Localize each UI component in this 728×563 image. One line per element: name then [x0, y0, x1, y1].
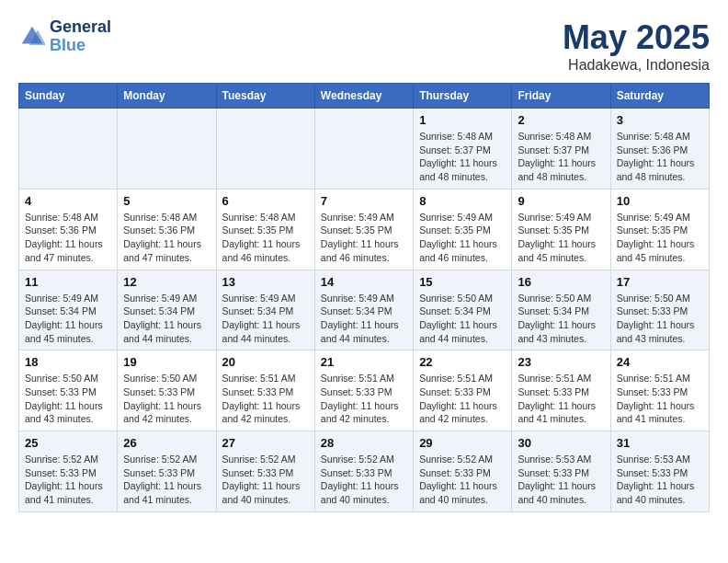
day-info: Sunrise: 5:48 AM Sunset: 5:36 PM Dayligh… — [123, 211, 210, 265]
day-info: Sunrise: 5:50 AM Sunset: 5:33 PM Dayligh… — [617, 292, 703, 346]
calendar-cell: 4Sunrise: 5:48 AM Sunset: 5:36 PM Daylig… — [19, 189, 118, 270]
day-number: 9 — [518, 194, 604, 208]
day-number: 2 — [518, 113, 604, 127]
day-number: 19 — [123, 355, 210, 369]
logo: GeneralBlue — [18, 18, 111, 55]
calendar-cell — [314, 109, 413, 190]
page-header: GeneralBlue May 2025 Hadakewa, Indonesia — [18, 18, 710, 74]
day-number: 31 — [617, 436, 703, 450]
day-info: Sunrise: 5:49 AM Sunset: 5:35 PM Dayligh… — [617, 211, 703, 265]
day-info: Sunrise: 5:48 AM Sunset: 5:37 PM Dayligh… — [419, 130, 506, 184]
day-info: Sunrise: 5:49 AM Sunset: 5:34 PM Dayligh… — [222, 292, 309, 346]
calendar-cell: 26Sunrise: 5:52 AM Sunset: 5:33 PM Dayli… — [118, 431, 216, 512]
day-number: 12 — [123, 275, 210, 289]
calendar-cell: 8Sunrise: 5:49 AM Sunset: 5:35 PM Daylig… — [414, 189, 512, 270]
day-info: Sunrise: 5:53 AM Sunset: 5:33 PM Dayligh… — [518, 453, 604, 507]
day-info: Sunrise: 5:48 AM Sunset: 5:35 PM Dayligh… — [222, 211, 309, 265]
day-info: Sunrise: 5:50 AM Sunset: 5:33 PM Dayligh… — [123, 372, 210, 426]
calendar-cell: 6Sunrise: 5:48 AM Sunset: 5:35 PM Daylig… — [216, 189, 314, 270]
day-info: Sunrise: 5:49 AM Sunset: 5:35 PM Dayligh… — [321, 211, 407, 265]
calendar-cell: 3Sunrise: 5:48 AM Sunset: 5:36 PM Daylig… — [610, 109, 709, 190]
day-info: Sunrise: 5:51 AM Sunset: 5:33 PM Dayligh… — [617, 372, 703, 426]
title-block: May 2025 Hadakewa, Indonesia — [563, 18, 710, 74]
calendar-cell: 11Sunrise: 5:49 AM Sunset: 5:34 PM Dayli… — [19, 270, 118, 350]
day-number: 5 — [123, 194, 210, 208]
day-number: 4 — [25, 194, 111, 208]
day-info: Sunrise: 5:48 AM Sunset: 5:36 PM Dayligh… — [617, 130, 703, 184]
calendar-cell — [216, 109, 314, 190]
calendar-cell: 7Sunrise: 5:49 AM Sunset: 5:35 PM Daylig… — [314, 189, 413, 270]
day-number: 6 — [222, 194, 309, 208]
month-title: May 2025 — [563, 18, 710, 57]
day-info: Sunrise: 5:48 AM Sunset: 5:36 PM Dayligh… — [25, 211, 111, 265]
day-number: 21 — [321, 355, 407, 369]
weekday-header-row: SundayMondayTuesdayWednesdayThursdayFrid… — [19, 84, 710, 109]
weekday-header-sunday: Sunday — [19, 84, 118, 109]
day-info: Sunrise: 5:49 AM Sunset: 5:34 PM Dayligh… — [321, 292, 407, 346]
location: Hadakewa, Indonesia — [563, 57, 710, 74]
day-info: Sunrise: 5:52 AM Sunset: 5:33 PM Dayligh… — [25, 453, 111, 507]
calendar-cell: 24Sunrise: 5:51 AM Sunset: 5:33 PM Dayli… — [610, 350, 709, 431]
calendar-cell: 23Sunrise: 5:51 AM Sunset: 5:33 PM Dayli… — [512, 350, 610, 431]
day-number: 8 — [419, 194, 506, 208]
weekday-header-tuesday: Tuesday — [216, 84, 314, 109]
calendar-cell: 15Sunrise: 5:50 AM Sunset: 5:34 PM Dayli… — [414, 270, 512, 350]
day-number: 13 — [222, 275, 309, 289]
calendar-cell: 18Sunrise: 5:50 AM Sunset: 5:33 PM Dayli… — [19, 350, 118, 431]
day-number: 24 — [617, 355, 703, 369]
calendar-cell: 31Sunrise: 5:53 AM Sunset: 5:33 PM Dayli… — [610, 431, 709, 512]
calendar-table: SundayMondayTuesdayWednesdayThursdayFrid… — [18, 83, 710, 512]
day-info: Sunrise: 5:51 AM Sunset: 5:33 PM Dayligh… — [222, 372, 309, 426]
day-info: Sunrise: 5:50 AM Sunset: 5:34 PM Dayligh… — [419, 292, 506, 346]
calendar-cell: 21Sunrise: 5:51 AM Sunset: 5:33 PM Dayli… — [314, 350, 413, 431]
day-number: 25 — [25, 436, 111, 450]
day-number: 3 — [617, 113, 703, 127]
day-number: 18 — [25, 355, 111, 369]
calendar-cell: 19Sunrise: 5:50 AM Sunset: 5:33 PM Dayli… — [118, 350, 216, 431]
day-number: 29 — [419, 436, 506, 450]
day-number: 7 — [321, 194, 407, 208]
logo-text: GeneralBlue — [50, 18, 111, 55]
calendar-cell: 17Sunrise: 5:50 AM Sunset: 5:33 PM Dayli… — [610, 270, 709, 350]
day-info: Sunrise: 5:52 AM Sunset: 5:33 PM Dayligh… — [419, 453, 506, 507]
day-number: 26 — [123, 436, 210, 450]
day-number: 11 — [25, 275, 111, 289]
week-row-3: 11Sunrise: 5:49 AM Sunset: 5:34 PM Dayli… — [19, 270, 710, 350]
weekday-header-friday: Friday — [512, 84, 610, 109]
calendar-cell: 14Sunrise: 5:49 AM Sunset: 5:34 PM Dayli… — [314, 270, 413, 350]
day-number: 17 — [617, 275, 703, 289]
week-row-4: 18Sunrise: 5:50 AM Sunset: 5:33 PM Dayli… — [19, 350, 710, 431]
day-info: Sunrise: 5:50 AM Sunset: 5:33 PM Dayligh… — [25, 372, 111, 426]
calendar-cell: 22Sunrise: 5:51 AM Sunset: 5:33 PM Dayli… — [414, 350, 512, 431]
calendar-cell — [118, 109, 216, 190]
day-info: Sunrise: 5:49 AM Sunset: 5:35 PM Dayligh… — [419, 211, 506, 265]
day-info: Sunrise: 5:49 AM Sunset: 5:35 PM Dayligh… — [518, 211, 604, 265]
day-number: 1 — [419, 113, 506, 127]
week-row-2: 4Sunrise: 5:48 AM Sunset: 5:36 PM Daylig… — [19, 189, 710, 270]
day-info: Sunrise: 5:50 AM Sunset: 5:34 PM Dayligh… — [518, 292, 604, 346]
weekday-header-thursday: Thursday — [414, 84, 512, 109]
day-info: Sunrise: 5:48 AM Sunset: 5:37 PM Dayligh… — [518, 130, 604, 184]
calendar-cell: 20Sunrise: 5:51 AM Sunset: 5:33 PM Dayli… — [216, 350, 314, 431]
day-number: 16 — [518, 275, 604, 289]
day-number: 15 — [419, 275, 506, 289]
day-number: 30 — [518, 436, 604, 450]
calendar-cell — [19, 109, 118, 190]
day-info: Sunrise: 5:49 AM Sunset: 5:34 PM Dayligh… — [25, 292, 111, 346]
calendar-cell: 29Sunrise: 5:52 AM Sunset: 5:33 PM Dayli… — [414, 431, 512, 512]
logo-icon — [18, 23, 46, 51]
day-number: 20 — [222, 355, 309, 369]
day-info: Sunrise: 5:51 AM Sunset: 5:33 PM Dayligh… — [518, 372, 604, 426]
calendar-cell: 13Sunrise: 5:49 AM Sunset: 5:34 PM Dayli… — [216, 270, 314, 350]
week-row-1: 1Sunrise: 5:48 AM Sunset: 5:37 PM Daylig… — [19, 109, 710, 190]
calendar-cell: 12Sunrise: 5:49 AM Sunset: 5:34 PM Dayli… — [118, 270, 216, 350]
calendar-cell: 28Sunrise: 5:52 AM Sunset: 5:33 PM Dayli… — [314, 431, 413, 512]
weekday-header-wednesday: Wednesday — [314, 84, 413, 109]
day-info: Sunrise: 5:52 AM Sunset: 5:33 PM Dayligh… — [321, 453, 407, 507]
day-number: 10 — [617, 194, 703, 208]
week-row-5: 25Sunrise: 5:52 AM Sunset: 5:33 PM Dayli… — [19, 431, 710, 512]
day-info: Sunrise: 5:53 AM Sunset: 5:33 PM Dayligh… — [617, 453, 703, 507]
day-info: Sunrise: 5:51 AM Sunset: 5:33 PM Dayligh… — [419, 372, 506, 426]
day-number: 14 — [321, 275, 407, 289]
day-number: 28 — [321, 436, 407, 450]
